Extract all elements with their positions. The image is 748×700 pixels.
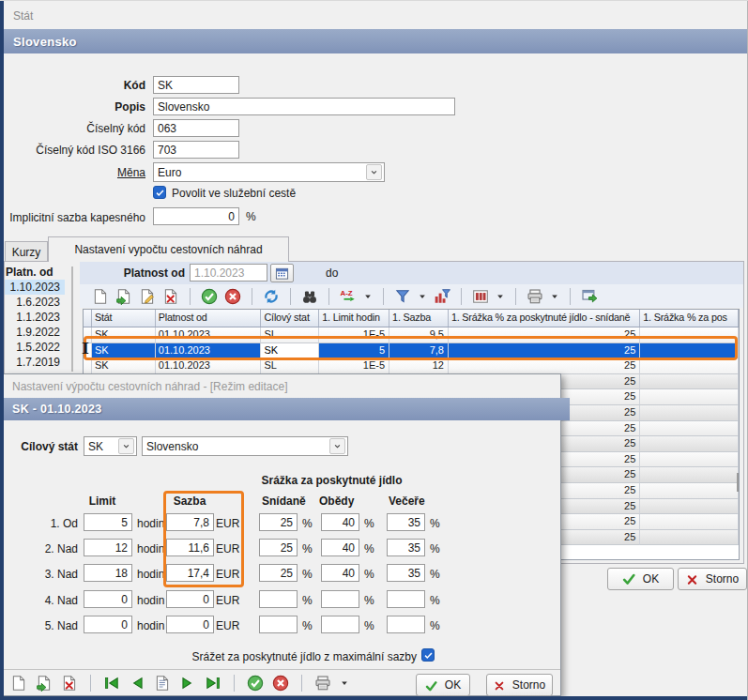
iso-input[interactable]: 703	[153, 141, 239, 159]
nav-first-icon[interactable]	[103, 675, 120, 692]
cancel-icon[interactable]	[272, 675, 289, 692]
kapesne-input[interactable]: 0	[153, 207, 239, 225]
kod-input[interactable]: SK	[153, 76, 239, 94]
export-icon[interactable]	[581, 288, 598, 305]
ok-button[interactable]: OK	[607, 568, 674, 590]
dropdown-arrow-icon[interactable]	[340, 675, 349, 692]
mena-combobox[interactable]: Euro	[153, 162, 385, 182]
table-cell[interactable]: SL	[261, 358, 319, 374]
date-list-item[interactable]: 1.9.2022	[5, 325, 65, 340]
ciselny-kod-input[interactable]: 063	[153, 119, 239, 137]
dropdown-arrow-icon[interactable]	[550, 288, 559, 305]
platnost-od-input[interactable]: 1.10.2023	[190, 264, 267, 282]
limit-input-2[interactable]: 12	[84, 539, 132, 556]
table-cell[interactable]: 1E-5	[319, 358, 389, 374]
column-header[interactable]: 1. Sazba	[389, 310, 449, 327]
table-cell[interactable]	[640, 436, 739, 452]
copy-record-icon[interactable]	[115, 288, 132, 305]
limit-input-5[interactable]: 0	[84, 616, 132, 633]
chevron-down-icon[interactable]	[366, 164, 382, 180]
obedy-input-2[interactable]: 40	[321, 539, 359, 556]
table-cell[interactable]: 25	[449, 358, 640, 374]
cancel-icon[interactable]	[224, 288, 241, 305]
column-header[interactable]: Cílový stat	[261, 310, 319, 327]
copy-record-icon[interactable]	[36, 675, 53, 692]
column-header[interactable]: Platnost od	[156, 310, 262, 327]
table-cell[interactable]	[640, 499, 739, 515]
limit-input-4[interactable]: 0	[84, 590, 132, 608]
tab-kurzy[interactable]: Kurzy	[5, 241, 48, 262]
povolit-checkbox[interactable]	[153, 186, 166, 199]
calendar-button[interactable]	[270, 264, 294, 282]
vecere-input-5[interactable]	[387, 616, 425, 633]
nav-next-icon[interactable]	[179, 675, 196, 692]
nav-last-icon[interactable]	[205, 675, 221, 692]
snidane-input-4[interactable]	[259, 590, 298, 608]
columns-icon[interactable]	[472, 288, 489, 305]
date-list-item[interactable]: 1.10.2023	[5, 280, 65, 295]
table-row[interactable]: SK01.10.2023SL1E-51225	[84, 358, 739, 374]
column-header[interactable]: 1. Limit hodin	[319, 310, 389, 327]
mena-label[interactable]: Měna	[0, 166, 145, 179]
dropdown-arrow-icon[interactable]	[418, 288, 427, 305]
cilovy-stat-name-combobox[interactable]: Slovensko	[142, 436, 348, 456]
sort-az-icon[interactable]: A-Z	[340, 288, 357, 305]
filter-graph-icon[interactable]	[434, 288, 450, 305]
dropdown-arrow-icon[interactable]	[363, 288, 373, 305]
chevron-down-icon[interactable]	[118, 438, 134, 454]
table-cell[interactable]	[640, 467, 739, 483]
vecere-input-4[interactable]	[387, 590, 425, 608]
table-cell[interactable]	[640, 452, 739, 468]
storno-button[interactable]: Storno	[678, 568, 747, 590]
vecere-input-1[interactable]: 35	[387, 513, 425, 531]
edit-dialog-storno-button[interactable]: Storno	[486, 674, 553, 696]
snidane-input-5[interactable]	[259, 616, 298, 633]
confirm-icon[interactable]	[201, 288, 218, 305]
nav-list-icon[interactable]	[154, 675, 171, 692]
table-cell[interactable]	[640, 483, 739, 499]
table-cell[interactable]: SK	[92, 358, 156, 374]
date-list-item[interactable]: 1.1.2023	[5, 310, 65, 325]
vecere-input-3[interactable]: 35	[387, 564, 425, 582]
vecere-input-2[interactable]: 35	[387, 539, 425, 556]
delete-record-icon[interactable]	[61, 675, 78, 692]
chevron-down-icon[interactable]	[329, 438, 345, 454]
refresh-icon[interactable]	[263, 288, 280, 305]
delete-record-icon[interactable]	[162, 288, 179, 305]
search-icon[interactable]	[301, 288, 318, 305]
obedy-input-1[interactable]: 40	[321, 513, 359, 531]
table-cell[interactable]	[640, 374, 739, 390]
dropdown-arrow-icon[interactable]	[496, 288, 505, 305]
table-cell[interactable]: 01.10.2023	[156, 358, 262, 374]
print-icon[interactable]	[527, 288, 543, 305]
srazet-checkbox[interactable]	[421, 648, 435, 662]
new-record-icon[interactable]	[92, 288, 109, 305]
obedy-input-3[interactable]: 40	[321, 564, 359, 582]
date-list-item[interactable]: 1.7.2019	[5, 355, 65, 370]
column-header[interactable]: Stát	[92, 310, 156, 327]
cilovy-stat-code-combobox[interactable]: SK	[84, 436, 137, 456]
sazba-input-4[interactable]: 0	[166, 590, 214, 608]
nav-prev-icon[interactable]	[129, 675, 145, 692]
table-cell[interactable]: 12	[389, 358, 449, 374]
filter-icon[interactable]	[394, 288, 411, 305]
table-cell[interactable]	[640, 389, 739, 405]
edit-dialog-ok-button[interactable]: OK	[416, 674, 470, 696]
limit-input-1[interactable]: 5	[84, 513, 132, 531]
table-cell[interactable]	[640, 358, 739, 374]
snidane-input-2[interactable]: 25	[259, 539, 298, 556]
date-list-item[interactable]: 1.5.2022	[5, 340, 65, 355]
new-record-icon[interactable]	[10, 675, 27, 692]
limit-input-3[interactable]: 18	[84, 564, 132, 582]
column-header[interactable]: 1. Srážka % za poskytnuté jídlo - snídan…	[449, 310, 640, 327]
table-cell[interactable]	[640, 405, 739, 421]
table-cell[interactable]	[640, 530, 739, 546]
sazba-input-5[interactable]: 0	[166, 616, 214, 633]
confirm-icon[interactable]	[247, 675, 264, 692]
snidane-input-3[interactable]: 25	[259, 564, 298, 582]
date-list-scrollbar[interactable]	[71, 266, 73, 372]
obedy-input-5[interactable]	[321, 616, 359, 633]
popis-input[interactable]: Slovensko	[153, 98, 455, 115]
table-cell[interactable]	[640, 421, 739, 437]
obedy-input-4[interactable]	[321, 590, 359, 608]
